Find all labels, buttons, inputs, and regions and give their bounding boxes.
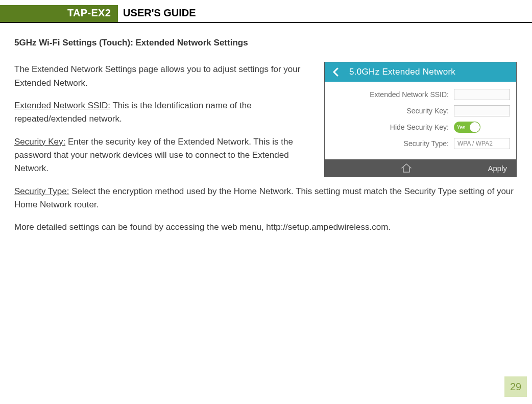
phone-screen-title: 5.0GHz Extended Network [347,65,516,79]
chevron-left-icon [332,67,340,77]
select-security-type[interactable]: WPA / WPA2 [454,138,510,149]
label-security-type: Security Type: [404,138,449,150]
input-ssid[interactable] [454,89,510,100]
phone-screenshot: 5.0GHz Extended Network Extended Network… [324,62,517,177]
toggle-state-text: Yes [457,124,465,132]
section-heading: 5GHz Wi-Fi Settings (Touch): Extended Ne… [14,36,518,50]
doc-title: USER'S GUIDE [118,5,532,22]
doc-header: TAP-EX2 USER'S GUIDE [0,5,532,23]
label-security-key: Security Key: [407,106,449,117]
input-security-key[interactable] [454,105,510,116]
phone-form: Extended Network SSID: Security Key: Hid… [325,82,516,159]
term-type: Security Type: [14,186,69,196]
apply-button[interactable]: Apply [488,162,516,174]
page-number: 29 [504,376,527,397]
term-type-rest: Select the encryption method used by the… [14,186,514,209]
page-content: 5GHz Wi-Fi Settings (Touch): Extended Ne… [0,23,532,234]
label-hide-key: Hide Security Key: [390,122,449,133]
toggle-knob [470,122,480,132]
term-ssid: Extended Network SSID: [14,101,110,110]
phone-header: 5.0GHz Extended Network [325,62,516,82]
para-type: Security Type: Select the encryption met… [14,185,518,212]
product-badge: TAP-EX2 [6,5,118,22]
toggle-hide-key[interactable]: Yes [454,122,480,133]
home-icon [401,163,412,173]
back-button[interactable] [325,67,347,77]
para-more: More detailed settings can be found by a… [14,221,518,234]
term-key: Security Key: [14,137,65,147]
home-button[interactable] [325,163,488,173]
label-ssid: Extended Network SSID: [370,89,449,101]
header-accent [0,5,6,22]
phone-footer: Apply [325,159,516,177]
